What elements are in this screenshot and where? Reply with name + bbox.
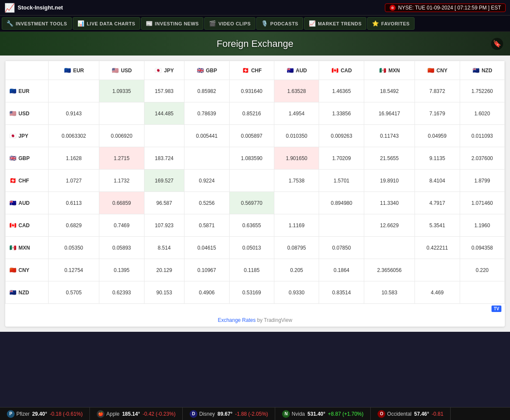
tradingview-logo: TV (492, 306, 501, 312)
row-label-chf: 🇨🇭CHF (6, 170, 49, 192)
cell-jpy-nzd: 0.011093 (460, 125, 505, 147)
header-empty (6, 61, 49, 80)
favorites-icon: ⭐ (372, 20, 379, 27)
nav-investing-news-label: INVESTING NEWS (155, 21, 199, 26)
cell-eur-eur (49, 80, 99, 102)
cell-usd-cny: 7.1679 (415, 102, 460, 125)
cell-chf-mxn: 19.8910 (364, 170, 415, 192)
cell-gbp-mxn: 21.5655 (364, 147, 415, 170)
cell-eur-usd: 1.09335 (99, 80, 144, 102)
cell-usd-nzd: 1.6020 (460, 102, 505, 125)
cell-gbp-jpy: 183.724 (144, 147, 184, 170)
fx-table: 🇪🇺EUR🇺🇸USD🇯🇵JPY🇬🇧GBP🇨🇭CHF🇦🇺AUD🇨🇦CAD🇲🇽MXN… (5, 61, 505, 304)
row-label-gbp: 🇬🇧GBP (6, 147, 49, 170)
table-row: 🇨🇳CNY0.127540.139520.1290.109670.11850.2… (6, 259, 505, 281)
market-trends-icon: 📈 (309, 20, 316, 27)
cell-aud-chf: 0.569770 (229, 192, 274, 214)
cell-jpy-cad: 0.009263 (319, 125, 364, 147)
page-title: Foreign Exchange (217, 38, 294, 49)
header-cny: 🇨🇳CNY (415, 61, 460, 80)
cell-aud-mxn: 11.3340 (364, 192, 415, 214)
cell-nzd-eur: 0.5705 (49, 281, 99, 304)
header-usd: 🇺🇸USD (99, 61, 144, 80)
cell-cny-usd: 0.1395 (99, 259, 144, 281)
cell-gbp-nzd: 2.037600 (460, 147, 505, 170)
cell-cad-cny: 5.3541 (415, 214, 460, 237)
table-row: 🇯🇵JPY0.00633020.0069200.0054410.0058970.… (6, 125, 505, 147)
fx-table-wrapper: 🇪🇺EUR🇺🇸USD🇯🇵JPY🇬🇧GBP🇨🇭CHF🇦🇺AUD🇨🇦CAD🇲🇽MXN… (5, 61, 505, 327)
cell-nzd-gbp: 0.4906 (184, 281, 229, 304)
cell-eur-nzd: 1.752260 (460, 80, 505, 102)
row-label-cad: 🇨🇦CAD (6, 214, 49, 237)
cell-nzd-aud: 0.9330 (274, 281, 319, 304)
cell-nzd-nzd (460, 281, 505, 304)
row-label-eur: 🇪🇺EUR (6, 80, 49, 102)
cell-nzd-mxn: 10.583 (364, 281, 415, 304)
cell-cny-eur: 0.12754 (49, 259, 99, 281)
bookmark-button[interactable]: 🔖 (491, 38, 503, 50)
exchange-rates-link[interactable]: Exchange Rates (218, 317, 255, 323)
nav-podcasts[interactable]: 🎙️ PODCASTS (256, 17, 303, 30)
cell-chf-chf (229, 170, 274, 192)
cell-chf-usd: 1.1732 (99, 170, 144, 192)
cell-nzd-chf: 0.53169 (229, 281, 274, 304)
cell-jpy-eur: 0.0063302 (49, 125, 99, 147)
cell-cad-jpy: 107.923 (144, 214, 184, 237)
cell-usd-aud: 1.4954 (274, 102, 319, 125)
cell-mxn-aud: 0.08795 (274, 237, 319, 259)
header-chf: 🇨🇭CHF (229, 61, 274, 80)
cell-aud-jpy: 96.587 (144, 192, 184, 214)
nav-live-data-charts-label: LIVE DATA CHARTS (87, 21, 135, 26)
exchange-rates-footer: Exchange Rates by TradingView (5, 314, 505, 327)
cell-nzd-usd: 0.62393 (99, 281, 144, 304)
cell-mxn-gbp: 0.04615 (184, 237, 229, 259)
bookmark-icon: 🔖 (493, 40, 501, 48)
table-row: 🇨🇭CHF1.07271.1732169.5270.92241.75381.57… (6, 170, 505, 192)
cell-jpy-gbp: 0.005441 (184, 125, 229, 147)
nav-favorites-label: FAVORITES (381, 21, 410, 26)
market-ticker-info: ⊗ NYSE: TUE 01-09-2024 [ 07:12:59 PM ] E… (385, 3, 506, 12)
market-time: NYSE: TUE 01-09-2024 [ 07:12:59 PM ] EST (398, 5, 501, 11)
cell-cad-chf: 0.63655 (229, 214, 274, 237)
table-row: 🇺🇸USD0.9143144.4850.786390.852161.49541.… (6, 102, 505, 125)
nav-market-trends[interactable]: 📈 MARKET TRENDS (304, 17, 366, 30)
row-label-nzd: 🇳🇿NZD (6, 281, 49, 304)
nav-favorites[interactable]: ⭐ FAVORITES (367, 17, 415, 30)
cell-usd-chf: 0.85216 (229, 102, 274, 125)
cell-jpy-jpy (144, 125, 184, 147)
cell-aud-cny: 4.7917 (415, 192, 460, 214)
header-cad: 🇨🇦CAD (319, 61, 364, 80)
nav-market-trends-label: MARKET TRENDS (318, 21, 362, 26)
nav-live-data-charts[interactable]: 📊 LIVE DATA CHARTS (73, 17, 140, 30)
cell-cny-gbp: 0.10967 (184, 259, 229, 281)
logo-icon: 📈 (4, 3, 15, 13)
nav-investing-news[interactable]: 📰 INVESTING NEWS (141, 17, 204, 30)
row-label-mxn: 🇲🇽MXN (6, 237, 49, 259)
cell-cad-gbp: 0.5871 (184, 214, 229, 237)
cell-cad-aud: 1.1169 (274, 214, 319, 237)
nav-investment-tools-label: INVESTMENT TOOLS (16, 21, 68, 26)
cell-aud-aud (274, 192, 319, 214)
nav-video-clips[interactable]: 🎬 VIDEO CLIPS (204, 17, 255, 30)
cell-mxn-usd: 0.05893 (99, 237, 144, 259)
cell-cad-cad (319, 214, 364, 237)
cell-mxn-eur: 0.05350 (49, 237, 99, 259)
row-label-cny: 🇨🇳CNY (6, 259, 49, 281)
table-row: 🇨🇦CAD0.68290.7469107.9230.58710.636551.1… (6, 214, 505, 237)
nav-video-clips-label: VIDEO CLIPS (218, 21, 251, 26)
live-data-charts-icon: 📊 (77, 20, 85, 27)
cell-cny-cad: 0.1864 (319, 259, 364, 281)
nav-investment-tools[interactable]: 🔧 INVESTMENT TOOLS (2, 17, 72, 30)
cell-cny-aud: 0.205 (274, 259, 319, 281)
cell-mxn-mxn (364, 237, 415, 259)
podcasts-icon: 🎙️ (261, 20, 268, 27)
cell-eur-chf: 0.931640 (229, 80, 274, 102)
header-aud: 🇦🇺AUD (274, 61, 319, 80)
cell-eur-cad: 1.46365 (319, 80, 364, 102)
cell-chf-cny: 8.4104 (415, 170, 460, 192)
investment-tools-icon: 🔧 (6, 20, 14, 27)
cell-eur-mxn: 18.5492 (364, 80, 415, 102)
cell-eur-cny: 7.8372 (415, 80, 460, 102)
cell-jpy-mxn: 0.11743 (364, 125, 415, 147)
investing-news-icon: 📰 (146, 20, 153, 27)
